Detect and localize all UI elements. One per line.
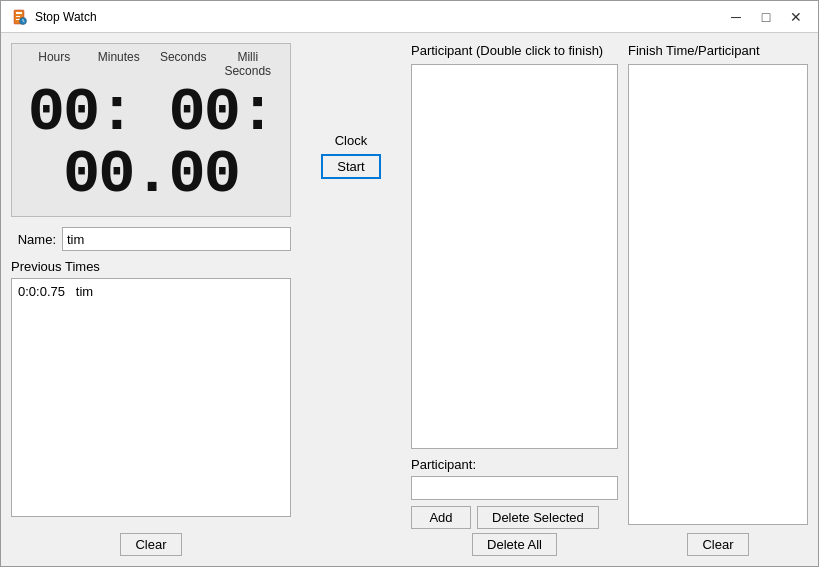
window-title: Stop Watch <box>35 10 722 24</box>
participant-panel: Participant (Double click to finish) Par… <box>411 43 618 556</box>
participant-list[interactable] <box>411 64 618 449</box>
middle-panel: Clock Start <box>301 43 401 556</box>
timer-labels: Hours Minutes Seconds Milli Seconds <box>22 50 280 78</box>
delete-selected-button[interactable]: Delete Selected <box>477 506 599 529</box>
timer-display-area: Hours Minutes Seconds Milli Seconds 00: … <box>11 43 291 217</box>
svg-rect-3 <box>16 19 20 20</box>
delete-all-button[interactable]: Delete All <box>472 533 557 556</box>
previous-times-label: Previous Times <box>11 259 291 274</box>
participant-controls: Participant: Add Delete Selected Delete … <box>411 457 618 556</box>
main-window: Stop Watch ─ □ ✕ Hours Minutes Seconds M… <box>0 0 819 567</box>
minutes-label: Minutes <box>87 50 152 78</box>
name-input[interactable] <box>62 227 291 251</box>
left-panel: Hours Minutes Seconds Milli Seconds 00: … <box>11 43 291 556</box>
window-controls: ─ □ ✕ <box>722 6 810 28</box>
clear-right-button[interactable]: Clear <box>687 533 748 556</box>
finish-time-header: Finish Time/Participant <box>628 43 808 58</box>
milliseconds-label: Milli Seconds <box>216 50 281 78</box>
clock-label: Clock <box>335 133 368 148</box>
close-button[interactable]: ✕ <box>782 6 810 28</box>
name-row: Name: <box>11 227 291 251</box>
right-panels: Participant (Double click to finish) Par… <box>411 43 808 556</box>
list-item: 0:0:0.75 tim <box>16 283 286 300</box>
seconds-label: Seconds <box>151 50 216 78</box>
svg-rect-2 <box>16 16 20 17</box>
clear-left-button[interactable]: Clear <box>120 533 181 556</box>
finish-time-list[interactable] <box>628 64 808 525</box>
name-label: Name: <box>11 232 56 247</box>
start-button[interactable]: Start <box>321 154 381 179</box>
svg-rect-1 <box>16 12 22 14</box>
maximize-button[interactable]: □ <box>752 6 780 28</box>
previous-times-box: 0:0:0.75 tim <box>11 278 291 517</box>
participant-panel-header: Participant (Double click to finish) <box>411 43 618 58</box>
title-bar: Stop Watch ─ □ ✕ <box>1 1 818 33</box>
finish-time-panel: Finish Time/Participant Clear <box>628 43 808 556</box>
participant-btn-row2: Delete All <box>411 533 618 556</box>
minimize-button[interactable]: ─ <box>722 6 750 28</box>
app-icon <box>9 7 29 27</box>
participant-input[interactable] <box>411 476 618 500</box>
add-button[interactable]: Add <box>411 506 471 529</box>
main-content: Hours Minutes Seconds Milli Seconds 00: … <box>1 33 818 566</box>
hours-label: Hours <box>22 50 87 78</box>
participant-btn-row: Add Delete Selected <box>411 506 618 529</box>
timer-display: 00: 00: 00.00 <box>22 82 280 206</box>
participant-label: Participant: <box>411 457 618 472</box>
